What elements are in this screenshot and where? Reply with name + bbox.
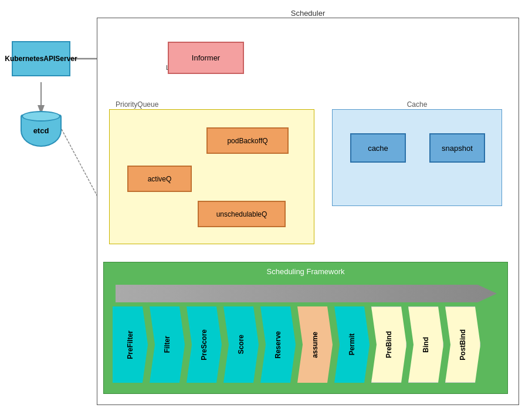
stage-permit: Permit [334, 306, 370, 383]
pq-label: PriorityQueue [116, 100, 158, 109]
pipeline-arrow [116, 285, 497, 302]
active-q-label: activeQ [148, 175, 172, 183]
stage-filter-label: Filter [163, 336, 171, 353]
snapshot-box: snapshot [429, 133, 485, 163]
stage-prescore-label: PreScore [200, 329, 208, 360]
stage-score-label: Score [237, 335, 245, 354]
stage-reserve-label: Reserve [274, 331, 282, 359]
stage-filter: Filter [150, 306, 185, 383]
active-q-box: activeQ [127, 166, 192, 192]
scheduling-framework-box: Scheduling Framework PreFilter Filter Pr… [103, 262, 508, 394]
unschedulable-q-box: unschedulableQ [198, 201, 286, 227]
stage-bind-label: Bind [422, 337, 430, 353]
informer-box: Informer [168, 42, 244, 74]
chevrons-container: PreFilter Filter PreScore Score Reserve … [113, 304, 500, 386]
stage-prefilter-label: PreFilter [126, 331, 134, 359]
stage-assume: assume [297, 306, 333, 383]
stage-prescore: PreScore [187, 306, 222, 383]
cache-inner-box: cache [350, 133, 406, 163]
sf-label: Scheduling Framework [267, 267, 345, 276]
stage-postbind: PostBind [445, 306, 480, 383]
k8s-apiserver-box: Kubernetes APIServer [12, 41, 70, 76]
informer-label: Informer [192, 53, 220, 62]
stage-assume-label: assume [311, 332, 319, 358]
diagram-container: Kubernetes APIServer etcd Scheduler List… [6, 6, 526, 412]
pod-backoff-q-box: podBackoffQ [206, 127, 289, 154]
unschedulable-q-label: unschedulableQ [216, 210, 267, 218]
k8s-label2: APIServer [43, 55, 77, 63]
cache-section-label: Cache [407, 100, 428, 109]
scheduler-box: Scheduler List & Watch Informer Priority… [97, 18, 519, 405]
k8s-label: Kubernetes [5, 55, 43, 63]
priority-queue-box: PriorityQueue podBackoffQ activeQ unsche… [109, 109, 314, 244]
stage-permit-label: Permit [348, 333, 356, 355]
cache-inner-label: cache [368, 144, 388, 153]
stage-bind: Bind [408, 306, 443, 383]
stage-reserve: Reserve [260, 306, 296, 383]
cache-section-box: Cache cache snapshot [332, 109, 502, 206]
snapshot-label: snapshot [442, 144, 473, 153]
stage-prefilter: PreFilter [113, 306, 148, 383]
stage-prebind-label: PreBind [385, 331, 393, 358]
etcd-box: etcd [21, 114, 62, 147]
stage-postbind-label: PostBind [459, 329, 467, 360]
stage-prebind: PreBind [371, 306, 406, 383]
etcd-label: etcd [33, 126, 49, 135]
scheduler-label: Scheduler [291, 9, 326, 18]
pod-backoff-q-label: podBackoffQ [227, 137, 267, 145]
stage-score: Score [223, 306, 259, 383]
